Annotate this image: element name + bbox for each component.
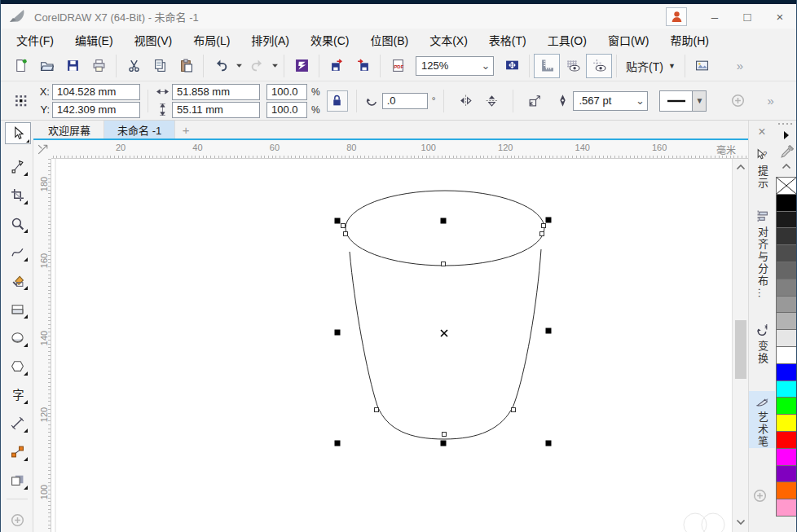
scale-x-field[interactable]: 100.0 — [266, 84, 307, 100]
polygon-tool[interactable] — [6, 354, 29, 377]
menu-效果[interactable]: 效果(C) — [300, 29, 359, 51]
scale-factor-button[interactable] — [522, 89, 548, 113]
vertical-scrollbar[interactable] — [732, 159, 748, 532]
add-docker-button[interactable] — [753, 489, 767, 503]
connector-tool[interactable] — [6, 440, 29, 463]
eyedropper-icon[interactable] — [775, 145, 797, 159]
chevron-down-icon[interactable]: ▼ — [692, 91, 706, 111]
grid-eye-button[interactable] — [560, 54, 586, 78]
color-swatch-60%-black[interactable] — [776, 262, 797, 279]
lock-ratio-button[interactable] — [327, 90, 348, 112]
scrollbar-thumb[interactable] — [735, 320, 746, 379]
app-launcher-button[interactable] — [288, 54, 315, 78]
menu-排列[interactable]: 排列(A) — [240, 29, 300, 51]
text-tool[interactable]: 字 — [6, 383, 29, 406]
caret-down-icon[interactable] — [234, 54, 244, 78]
ruler-origin-corner[interactable] — [33, 140, 51, 159]
horizontal-ruler[interactable]: 毫米 20406080100120140160 — [33, 140, 749, 159]
undo-button[interactable] — [208, 54, 234, 78]
docker-tab-transf[interactable]: 变换 — [749, 320, 776, 365]
print-button[interactable] — [86, 54, 112, 78]
rulers-button[interactable] — [534, 54, 560, 78]
toolbar-overflow-button[interactable]: » — [737, 59, 742, 73]
color-swatch-blue[interactable] — [776, 363, 797, 381]
color-swatch-30%-black[interactable] — [776, 312, 797, 330]
color-swatch-cyan[interactable] — [776, 380, 797, 398]
object-height-field[interactable]: 55.11 mm — [172, 102, 260, 118]
document-tab[interactable]: 未命名 -1 — [104, 121, 175, 138]
menu-表格[interactable]: 表格(T) — [478, 29, 537, 51]
menu-文件[interactable]: 文件(F) — [6, 29, 64, 51]
docker-close-button[interactable]: × — [754, 124, 770, 140]
minimize-button[interactable]: – — [698, 5, 731, 28]
add-property-button[interactable] — [724, 89, 751, 113]
scroll-up-icon[interactable] — [734, 160, 747, 174]
menu-工具[interactable]: 工具(O) — [537, 29, 597, 51]
menu-视图[interactable]: 视图(V) — [124, 29, 183, 51]
mirror-vertical-button[interactable] — [478, 89, 504, 113]
guides-eye-button[interactable] — [586, 54, 612, 78]
scale-y-field[interactable]: 100.0 — [266, 102, 307, 118]
scroll-down-icon[interactable] — [734, 516, 747, 529]
import-button[interactable] — [324, 54, 350, 78]
save-button[interactable] — [59, 54, 86, 78]
maximize-button[interactable]: □ — [731, 5, 764, 28]
color-swatch-magenta[interactable] — [776, 448, 797, 466]
line-style-combo[interactable]: ▼ — [659, 90, 707, 112]
snap-to-dropdown[interactable]: 贴齐(T) ▼ — [621, 58, 680, 74]
chevron-down-icon[interactable]: ⌄ — [632, 95, 647, 107]
zoom-tool[interactable] — [6, 212, 29, 235]
zoom-level-combo[interactable]: 125% ⌄ — [416, 56, 494, 76]
color-swatch-purple[interactable] — [776, 465, 797, 483]
cut-button[interactable] — [121, 54, 147, 78]
palette-scroll-up-icon[interactable] — [775, 163, 797, 169]
color-swatch-80%-black[interactable] — [776, 227, 797, 245]
cup-outline-object[interactable] — [346, 191, 544, 439]
y-position-field[interactable]: 142.309 mm — [52, 102, 140, 118]
docker-tab-hint[interactable]: ?提示 — [749, 145, 776, 190]
color-swatch-10%-black[interactable] — [776, 329, 797, 347]
caret-down-icon[interactable] — [270, 54, 280, 78]
palette-drag-handle[interactable] — [775, 122, 797, 125]
color-swatch-yellow[interactable] — [776, 414, 797, 432]
close-button[interactable]: × — [764, 5, 796, 28]
docker-tab-align[interactable]: 对齐与分布… — [749, 206, 776, 300]
rectangle-tool[interactable] — [6, 297, 29, 320]
menu-位图[interactable]: 位图(B) — [359, 29, 419, 51]
docker-tab-artistic[interactable]: 艺术笔 — [749, 391, 776, 448]
object-center-x-marker[interactable] — [441, 330, 447, 336]
menu-布局[interactable]: 布局(L) — [183, 29, 240, 51]
crop-tool[interactable] — [6, 183, 29, 206]
ellipse-tool[interactable] — [6, 326, 29, 349]
menu-窗口[interactable]: 窗口(W) — [597, 29, 660, 51]
dimension-tool[interactable] — [6, 411, 29, 434]
redo-button[interactable] — [244, 54, 270, 78]
mirror-horizontal-button[interactable] — [452, 89, 478, 113]
freehand-tool[interactable] — [6, 240, 29, 263]
color-swatch-50%-black[interactable] — [776, 279, 797, 297]
color-swatch-no-color[interactable] — [776, 177, 797, 195]
menu-编辑[interactable]: 编辑(E) — [64, 29, 124, 51]
title-bar[interactable]: CorelDRAW X7 (64-Bit) - 未命名 -1 – □ × — [1, 4, 796, 29]
chevron-down-icon[interactable]: ⌄ — [478, 59, 493, 72]
pick-tool-selected[interactable] — [5, 122, 31, 144]
drop-shadow-tool[interactable] — [6, 468, 29, 491]
x-position-field[interactable]: 104.528 mm — [52, 84, 140, 100]
options-image-button[interactable] — [689, 54, 716, 78]
property-bar-overflow-button[interactable]: » — [767, 94, 772, 108]
palette-flyout-icon[interactable] — [775, 130, 797, 140]
color-swatch-black[interactable] — [776, 194, 797, 212]
rotation-angle-field[interactable]: .0 — [382, 93, 428, 109]
curve-nodes[interactable] — [341, 224, 546, 437]
outline-width-combo[interactable]: .567 pt ⌄ — [573, 91, 648, 111]
fit-screen-button[interactable] — [499, 54, 525, 78]
pdf-button[interactable]: PDF — [385, 54, 411, 78]
menu-帮助[interactable]: 帮助(H) — [659, 29, 719, 51]
object-width-field[interactable]: 51.858 mm — [172, 84, 260, 100]
color-swatch-green[interactable] — [776, 397, 797, 415]
color-swatch-white[interactable] — [776, 346, 797, 364]
color-swatch-70%-black[interactable] — [776, 244, 797, 262]
color-swatch-orange[interactable] — [776, 481, 797, 499]
add-tool-button[interactable] — [6, 508, 29, 531]
color-swatch-red[interactable] — [776, 431, 797, 449]
